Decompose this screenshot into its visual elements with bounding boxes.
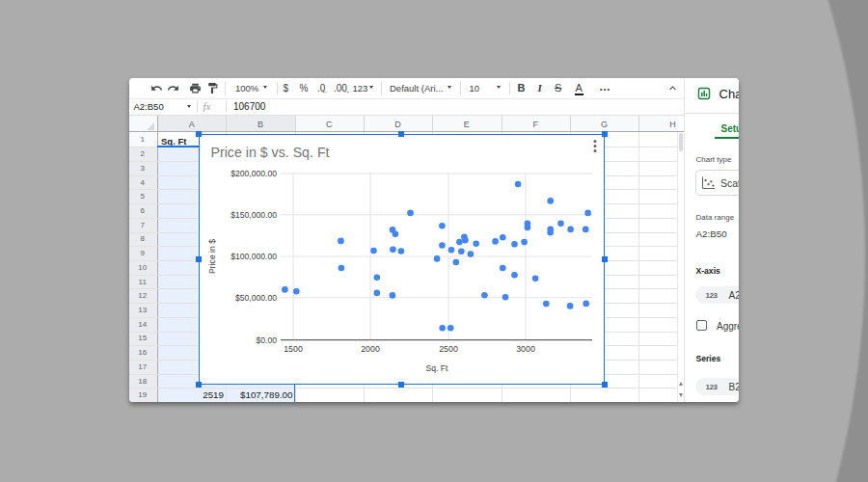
svg-text:$150,000.00: $150,000.00 bbox=[231, 210, 277, 220]
svg-text:2500: 2500 bbox=[439, 344, 458, 354]
svg-text:3000: 3000 bbox=[516, 344, 535, 354]
svg-text:1500: 1500 bbox=[284, 344, 303, 354]
svg-text:$50,000.00: $50,000.00 bbox=[235, 293, 277, 303]
svg-text:Sq. Ft: Sq. Ft bbox=[426, 363, 449, 373]
svg-text:$200,000.00: $200,000.00 bbox=[231, 169, 277, 178]
svg-text:$0.00: $0.00 bbox=[256, 335, 277, 345]
svg-text:Price in $ vs. Sq. Ft: Price in $ vs. Sq. Ft bbox=[211, 145, 330, 160]
svg-text:$100,000.00: $100,000.00 bbox=[231, 252, 277, 261]
svg-text:2000: 2000 bbox=[361, 344, 380, 354]
svg-text:Price in $: Price in $ bbox=[207, 239, 217, 274]
